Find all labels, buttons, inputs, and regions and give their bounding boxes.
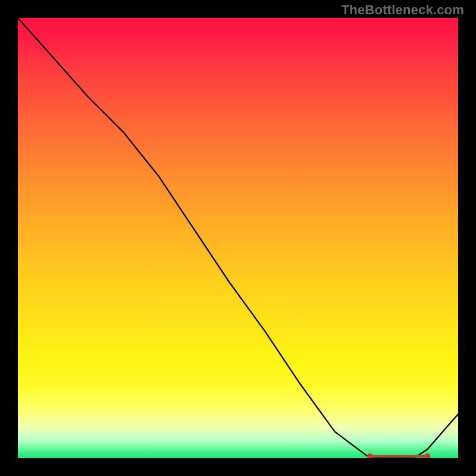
series-curve — [18, 18, 458, 458]
plot-area — [18, 18, 458, 458]
chart-svg — [18, 18, 458, 458]
chart-frame: TheBottleneck.com — [0, 0, 476, 476]
attribution-text: TheBottleneck.com — [342, 2, 464, 18]
marker-end — [425, 455, 429, 458]
